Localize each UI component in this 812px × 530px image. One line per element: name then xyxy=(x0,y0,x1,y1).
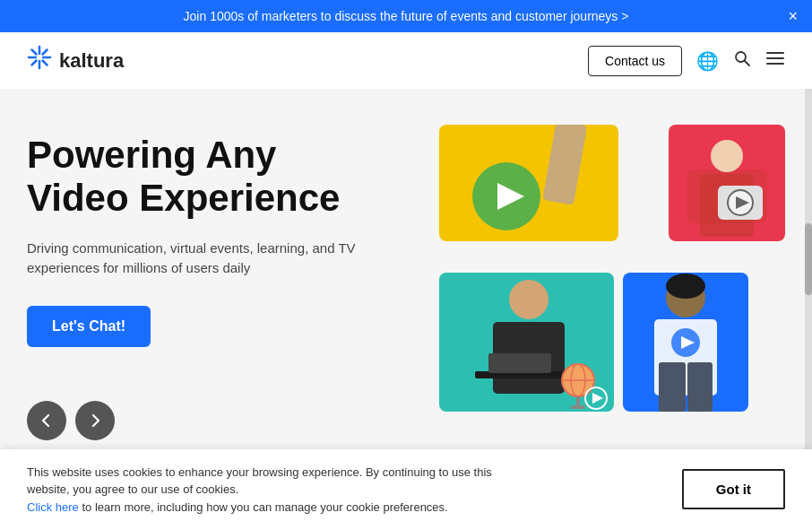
banner-text: Join 1000s of marketers to discuss the f… xyxy=(184,9,629,23)
hero-image-teal xyxy=(439,273,614,412)
hero-subtitle: Driving communication, virtual events, l… xyxy=(27,239,367,279)
banner-close-button[interactable]: × xyxy=(788,7,798,26)
hero-left: Powering Any Video Experience Driving co… xyxy=(27,125,421,447)
carousel-nav xyxy=(27,401,421,440)
globe-icon[interactable]: 🌐 xyxy=(696,50,719,72)
scrollbar-thumb xyxy=(805,223,812,295)
svg-rect-13 xyxy=(542,125,587,205)
hero-image-blue xyxy=(623,273,748,412)
svg-point-22 xyxy=(509,280,549,319)
svg-point-34 xyxy=(666,274,705,299)
navbar: kaltura Contact us 🌐 xyxy=(0,32,812,89)
prev-button[interactable] xyxy=(27,401,66,440)
scrollbar[interactable] xyxy=(805,89,812,465)
svg-line-7 xyxy=(32,61,37,65)
svg-marker-32 xyxy=(592,393,603,404)
kaltura-logo-icon xyxy=(27,45,52,76)
search-icon[interactable] xyxy=(733,49,751,72)
svg-line-6 xyxy=(43,50,48,55)
cookie-text-part1: This website uses cookies to enhance you… xyxy=(27,465,492,497)
logo: kaltura xyxy=(27,45,124,76)
svg-rect-25 xyxy=(488,353,551,373)
logo-text: kaltura xyxy=(59,49,124,73)
got-it-button[interactable]: Got it xyxy=(682,469,785,509)
svg-line-5 xyxy=(43,61,48,65)
hero-image-red xyxy=(669,125,785,241)
hero-image-yellow xyxy=(439,125,618,241)
cookie-text-part2: to learn more, including how you can man… xyxy=(82,500,447,514)
svg-point-17 xyxy=(711,140,743,172)
svg-line-9 xyxy=(745,61,750,66)
contact-button[interactable]: Contact us xyxy=(588,46,682,76)
svg-rect-37 xyxy=(687,362,713,412)
hero-section: Powering Any Video Experience Driving co… xyxy=(0,89,812,465)
svg-rect-36 xyxy=(659,362,686,412)
svg-line-4 xyxy=(32,50,37,55)
top-banner: Join 1000s of marketers to discuss the f… xyxy=(0,0,812,32)
cookie-banner: This website uses cookies to enhance you… xyxy=(0,449,812,531)
hero-images xyxy=(439,125,785,447)
menu-icon[interactable] xyxy=(765,48,785,73)
cookie-text: This website uses cookies to enhance you… xyxy=(27,464,520,517)
svg-rect-30 xyxy=(571,405,585,409)
next-button[interactable] xyxy=(75,401,115,440)
nav-right: Contact us 🌐 xyxy=(588,46,785,76)
cookie-link[interactable]: Click here xyxy=(27,500,79,514)
hero-title: Powering Any Video Experience xyxy=(27,134,367,221)
cta-button[interactable]: Let's Chat! xyxy=(27,306,151,347)
